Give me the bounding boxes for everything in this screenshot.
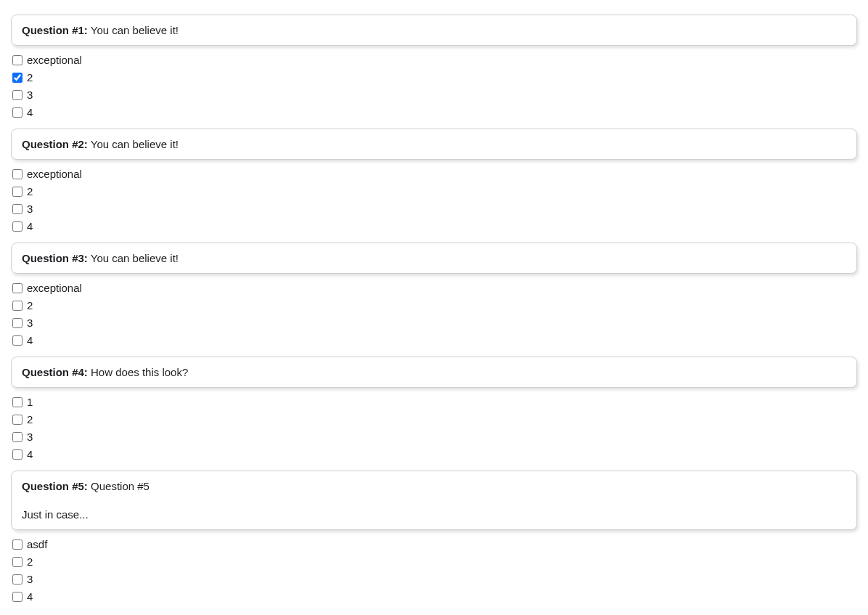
option-label: 1 bbox=[27, 394, 33, 411]
option-label: 2 bbox=[27, 411, 33, 428]
option-row: 4 bbox=[12, 104, 857, 121]
option-label: 3 bbox=[27, 571, 33, 588]
option-label: asdf bbox=[27, 536, 47, 553]
question-text: You can believe it! bbox=[91, 252, 179, 264]
option-checkbox[interactable] bbox=[12, 318, 22, 328]
option-row: 3 bbox=[12, 200, 857, 218]
option-label: 2 bbox=[27, 553, 33, 571]
option-row: 2 bbox=[12, 411, 857, 428]
option-checkbox[interactable] bbox=[12, 592, 22, 602]
question-header: Question #1: You can believe it! bbox=[11, 15, 857, 46]
option-checkbox[interactable] bbox=[12, 539, 22, 550]
question-title-line: Question #3: You can believe it! bbox=[22, 252, 846, 264]
option-row: exceptional bbox=[12, 280, 857, 297]
option-checkbox[interactable] bbox=[12, 301, 22, 311]
option-label: 2 bbox=[27, 297, 33, 314]
option-label: exceptional bbox=[27, 280, 82, 297]
question-label: Question #3: bbox=[22, 252, 88, 264]
option-label: 3 bbox=[27, 200, 33, 218]
question-title-line: Question #1: You can believe it! bbox=[22, 24, 846, 36]
options-list: exceptional234 bbox=[11, 166, 857, 235]
option-checkbox[interactable] bbox=[12, 73, 22, 83]
option-label: 2 bbox=[27, 69, 33, 86]
option-checkbox[interactable] bbox=[12, 55, 22, 65]
option-label: 2 bbox=[27, 183, 33, 200]
question-text: Question #5 bbox=[91, 480, 150, 492]
option-checkbox[interactable] bbox=[12, 169, 22, 179]
option-checkbox[interactable] bbox=[12, 283, 22, 293]
question-title-line: Question #4: How does this look? bbox=[22, 366, 846, 378]
option-checkbox[interactable] bbox=[12, 221, 22, 232]
options-list: exceptional234 bbox=[11, 52, 857, 121]
option-row: 4 bbox=[12, 588, 857, 606]
option-label: 4 bbox=[27, 588, 33, 606]
option-row: 2 bbox=[12, 297, 857, 314]
question-label: Question #2: bbox=[22, 138, 88, 150]
question-label: Question #1: bbox=[22, 24, 88, 36]
options-list: asdf234 bbox=[11, 536, 857, 606]
option-row: exceptional bbox=[12, 166, 857, 183]
question-label: Question #4: bbox=[22, 366, 88, 378]
question-label: Question #5: bbox=[22, 480, 88, 492]
option-row: 1 bbox=[12, 394, 857, 411]
questions-container: Question #1: You can believe it!exceptio… bbox=[11, 15, 857, 606]
option-checkbox[interactable] bbox=[12, 557, 22, 567]
option-row: 3 bbox=[12, 86, 857, 104]
option-checkbox[interactable] bbox=[12, 397, 22, 407]
option-row: 2 bbox=[12, 69, 857, 86]
option-checkbox[interactable] bbox=[12, 107, 22, 118]
option-checkbox[interactable] bbox=[12, 204, 22, 214]
options-list: 1234 bbox=[11, 394, 857, 463]
option-label: 3 bbox=[27, 86, 33, 104]
question-header: Question #4: How does this look? bbox=[11, 357, 857, 388]
option-label: 4 bbox=[27, 446, 33, 463]
option-row: 3 bbox=[12, 428, 857, 446]
option-checkbox[interactable] bbox=[12, 415, 22, 425]
option-label: exceptional bbox=[27, 166, 82, 183]
question-title-line: Question #2: You can believe it! bbox=[22, 138, 846, 150]
option-label: exceptional bbox=[27, 52, 82, 69]
option-checkbox[interactable] bbox=[12, 449, 22, 460]
option-row: 2 bbox=[12, 183, 857, 200]
option-row: 4 bbox=[12, 218, 857, 235]
option-row: exceptional bbox=[12, 52, 857, 69]
option-row: 4 bbox=[12, 446, 857, 463]
question-header: Question #3: You can believe it! bbox=[11, 243, 857, 274]
option-checkbox[interactable] bbox=[12, 335, 22, 346]
question-text: How does this look? bbox=[91, 366, 188, 378]
option-label: 3 bbox=[27, 314, 33, 332]
option-checkbox[interactable] bbox=[12, 187, 22, 197]
question-text: You can believe it! bbox=[91, 24, 179, 36]
question-text: You can believe it! bbox=[91, 138, 179, 150]
question-header: Question #5: Question #5Just in case... bbox=[11, 471, 857, 530]
option-checkbox[interactable] bbox=[12, 432, 22, 442]
option-label: 4 bbox=[27, 218, 33, 235]
option-label: 4 bbox=[27, 104, 33, 121]
option-checkbox[interactable] bbox=[12, 90, 22, 100]
option-row: 3 bbox=[12, 571, 857, 588]
option-checkbox[interactable] bbox=[12, 574, 22, 585]
option-row: 4 bbox=[12, 332, 857, 349]
option-label: 3 bbox=[27, 428, 33, 446]
option-row: 2 bbox=[12, 553, 857, 571]
question-title-line: Question #5: Question #5 bbox=[22, 480, 846, 492]
option-label: 4 bbox=[27, 332, 33, 349]
option-row: 3 bbox=[12, 314, 857, 332]
question-subtext: Just in case... bbox=[22, 508, 846, 521]
options-list: exceptional234 bbox=[11, 280, 857, 349]
question-header: Question #2: You can believe it! bbox=[11, 129, 857, 160]
option-row: asdf bbox=[12, 536, 857, 553]
